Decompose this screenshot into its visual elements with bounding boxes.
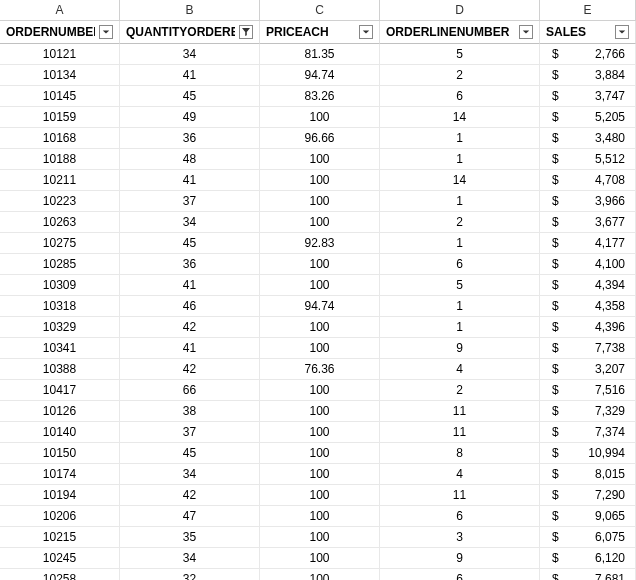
data-cell[interactable]: $3,677 — [540, 212, 636, 233]
data-cell[interactable]: 2 — [380, 65, 540, 86]
column-header[interactable]: QUANTITYORDERED — [120, 21, 260, 44]
data-cell[interactable]: 37 — [120, 191, 260, 212]
data-cell[interactable]: 81.35 — [260, 44, 380, 65]
data-cell[interactable]: 92.83 — [260, 233, 380, 254]
column-letter[interactable]: E — [540, 0, 636, 21]
data-cell[interactable]: 10329 — [0, 317, 120, 338]
data-cell[interactable]: 96.66 — [260, 128, 380, 149]
data-cell[interactable]: 41 — [120, 275, 260, 296]
data-cell[interactable]: 10258 — [0, 569, 120, 580]
data-cell[interactable]: $4,396 — [540, 317, 636, 338]
filter-dropdown-icon[interactable] — [99, 25, 113, 39]
data-cell[interactable]: 34 — [120, 44, 260, 65]
data-cell[interactable]: 10134 — [0, 65, 120, 86]
data-cell[interactable]: 1 — [380, 128, 540, 149]
data-cell[interactable]: $3,207 — [540, 359, 636, 380]
data-cell[interactable]: 4 — [380, 464, 540, 485]
data-cell[interactable]: 1 — [380, 317, 540, 338]
data-cell[interactable]: 10245 — [0, 548, 120, 569]
data-cell[interactable]: 10417 — [0, 380, 120, 401]
data-cell[interactable]: 14 — [380, 170, 540, 191]
data-cell[interactable]: $4,708 — [540, 170, 636, 191]
data-cell[interactable]: 1 — [380, 149, 540, 170]
data-cell[interactable]: 46 — [120, 296, 260, 317]
data-cell[interactable]: 5 — [380, 275, 540, 296]
data-cell[interactable]: 9 — [380, 548, 540, 569]
data-cell[interactable]: 100 — [260, 569, 380, 580]
column-letter[interactable]: A — [0, 0, 120, 21]
data-cell[interactable]: 45 — [120, 233, 260, 254]
data-cell[interactable]: 6 — [380, 569, 540, 580]
data-cell[interactable]: $7,681 — [540, 569, 636, 580]
data-cell[interactable]: $7,329 — [540, 401, 636, 422]
data-cell[interactable]: $4,394 — [540, 275, 636, 296]
column-header[interactable]: SALES — [540, 21, 636, 44]
data-cell[interactable]: 100 — [260, 548, 380, 569]
column-header[interactable]: ORDERNUMBER — [0, 21, 120, 44]
data-cell[interactable]: $7,290 — [540, 485, 636, 506]
data-cell[interactable]: 10159 — [0, 107, 120, 128]
data-cell[interactable]: $4,100 — [540, 254, 636, 275]
data-cell[interactable]: 38 — [120, 401, 260, 422]
data-cell[interactable]: 8 — [380, 443, 540, 464]
column-header[interactable]: ORDERLINENUMBER — [380, 21, 540, 44]
data-cell[interactable]: $10,994 — [540, 443, 636, 464]
column-letter[interactable]: B — [120, 0, 260, 21]
data-cell[interactable]: 10309 — [0, 275, 120, 296]
data-cell[interactable]: 10168 — [0, 128, 120, 149]
data-cell[interactable]: $3,884 — [540, 65, 636, 86]
data-cell[interactable]: $4,177 — [540, 233, 636, 254]
data-cell[interactable]: $2,766 — [540, 44, 636, 65]
data-cell[interactable]: 10145 — [0, 86, 120, 107]
filter-dropdown-icon[interactable] — [615, 25, 629, 39]
filter-active-icon[interactable] — [239, 25, 253, 39]
column-letter[interactable]: C — [260, 0, 380, 21]
data-cell[interactable]: 100 — [260, 317, 380, 338]
data-cell[interactable]: 10140 — [0, 422, 120, 443]
data-cell[interactable]: 48 — [120, 149, 260, 170]
filter-dropdown-icon[interactable] — [519, 25, 533, 39]
data-cell[interactable]: 94.74 — [260, 65, 380, 86]
column-letter[interactable]: D — [380, 0, 540, 21]
data-cell[interactable]: 100 — [260, 506, 380, 527]
data-cell[interactable]: 10318 — [0, 296, 120, 317]
data-cell[interactable]: 41 — [120, 338, 260, 359]
data-cell[interactable]: 36 — [120, 128, 260, 149]
data-cell[interactable]: 32 — [120, 569, 260, 580]
data-cell[interactable]: 5 — [380, 44, 540, 65]
data-cell[interactable]: 9 — [380, 338, 540, 359]
data-cell[interactable]: 100 — [260, 485, 380, 506]
data-cell[interactable]: 10275 — [0, 233, 120, 254]
data-cell[interactable]: 36 — [120, 254, 260, 275]
data-cell[interactable]: 41 — [120, 170, 260, 191]
data-cell[interactable]: 10121 — [0, 44, 120, 65]
data-cell[interactable]: $6,120 — [540, 548, 636, 569]
data-cell[interactable]: 34 — [120, 548, 260, 569]
data-cell[interactable]: $9,065 — [540, 506, 636, 527]
data-cell[interactable]: 1 — [380, 191, 540, 212]
data-cell[interactable]: 10150 — [0, 443, 120, 464]
data-cell[interactable]: 10174 — [0, 464, 120, 485]
data-cell[interactable]: 10263 — [0, 212, 120, 233]
data-cell[interactable]: 10223 — [0, 191, 120, 212]
data-cell[interactable]: 100 — [260, 464, 380, 485]
data-cell[interactable]: 100 — [260, 254, 380, 275]
data-cell[interactable]: $7,374 — [540, 422, 636, 443]
data-cell[interactable]: 100 — [260, 212, 380, 233]
data-cell[interactable]: 2 — [380, 380, 540, 401]
data-cell[interactable]: 94.74 — [260, 296, 380, 317]
data-cell[interactable]: 49 — [120, 107, 260, 128]
data-cell[interactable]: 34 — [120, 464, 260, 485]
data-cell[interactable]: 11 — [380, 485, 540, 506]
data-cell[interactable]: 100 — [260, 191, 380, 212]
data-cell[interactable]: 1 — [380, 233, 540, 254]
data-cell[interactable]: $5,205 — [540, 107, 636, 128]
data-cell[interactable]: 37 — [120, 422, 260, 443]
data-cell[interactable]: $4,358 — [540, 296, 636, 317]
data-cell[interactable]: $3,966 — [540, 191, 636, 212]
data-cell[interactable]: 3 — [380, 527, 540, 548]
data-cell[interactable]: 10126 — [0, 401, 120, 422]
data-cell[interactable]: 11 — [380, 401, 540, 422]
data-cell[interactable]: 100 — [260, 422, 380, 443]
data-cell[interactable]: 42 — [120, 359, 260, 380]
